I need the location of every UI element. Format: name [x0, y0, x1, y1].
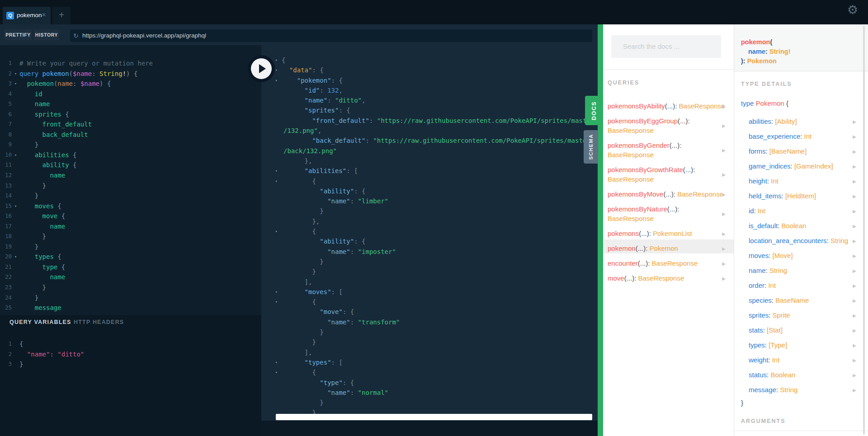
fold-arrow-icon[interactable]: [12, 231, 19, 242]
fold-arrow-icon[interactable]: ▾: [261, 357, 282, 367]
query-line[interactable]: 20▾ types {: [0, 252, 261, 262]
query-line[interactable]: 19 }: [0, 242, 261, 252]
fold-arrow-icon[interactable]: ▾: [261, 367, 282, 377]
fold-arrow-icon[interactable]: [12, 272, 19, 282]
query-line[interactable]: 22 name: [0, 272, 261, 282]
type-field-item[interactable]: base_experience: Int▶: [749, 129, 859, 144]
query-line[interactable]: 25 message: [0, 303, 261, 313]
settings-gear-icon[interactable]: ⚙: [847, 4, 858, 16]
type-field-item[interactable]: abilities: [Ability]▶: [749, 114, 859, 129]
fold-arrow-icon[interactable]: [12, 99, 19, 109]
type-field-item[interactable]: location_area_encounters: String▶: [749, 233, 859, 248]
variables-line[interactable]: 2 "name": "ditto": [0, 349, 261, 360]
type-field-item[interactable]: moves: [Move]▶: [749, 248, 859, 263]
docs-query-item[interactable]: pokemonsByMove(...): BaseResponse▶: [608, 189, 726, 199]
query-line[interactable]: 12 name: [0, 170, 261, 181]
fold-arrow-icon[interactable]: ▾: [261, 176, 282, 186]
query-line[interactable]: 9 }: [0, 140, 261, 150]
type-field-item[interactable]: name: String▶: [749, 263, 859, 278]
horizontal-scrollbar[interactable]: [276, 414, 592, 420]
fold-arrow-icon[interactable]: ▾: [261, 297, 282, 307]
query-line[interactable]: 2▾query pokemon($name: String!) {: [0, 69, 261, 79]
prettify-button[interactable]: PRETTIFY: [5, 29, 32, 40]
type-field-item[interactable]: id: Int▶: [749, 203, 859, 218]
tab-http-headers[interactable]: HTTP HEADERS: [74, 319, 124, 325]
query-line[interactable]: 6 sprites {: [0, 109, 261, 120]
fold-arrow-icon[interactable]: [12, 221, 19, 232]
query-line[interactable]: 13 }: [0, 181, 261, 191]
tab-query-variables[interactable]: QUERY VARIABLES: [9, 319, 71, 325]
query-line[interactable]: 24 }: [0, 293, 261, 303]
query-line[interactable]: 1# Write your query or mutation here: [0, 58, 261, 69]
fold-arrow-icon[interactable]: ▾: [12, 79, 19, 89]
fold-arrow-icon[interactable]: ▾: [12, 252, 19, 262]
fold-arrow-icon[interactable]: [12, 293, 19, 303]
docs-query-item[interactable]: pokemonsByAbility(...): BaseResponse▶: [608, 101, 726, 111]
refresh-schema-icon[interactable]: ↻: [73, 32, 79, 40]
execute-button[interactable]: [248, 55, 275, 82]
query-line[interactable]: 8 back_default: [0, 130, 261, 140]
type-field-item[interactable]: height: Int▶: [749, 173, 859, 188]
query-line[interactable]: 5 name: [0, 99, 261, 109]
query-line[interactable]: 21 type {: [0, 262, 261, 272]
fold-arrow-icon[interactable]: [12, 181, 19, 191]
schema-side-tab[interactable]: SCHEMA: [584, 130, 598, 164]
type-field-item[interactable]: sprites: Sprite▶: [749, 308, 859, 323]
fold-arrow-icon[interactable]: ▾: [261, 166, 282, 176]
fold-arrow-icon[interactable]: [12, 282, 19, 293]
docs-query-item[interactable]: pokemonsByEggGroup(...):BaseResponse▶: [608, 116, 726, 135]
query-line[interactable]: 3▾ pokemon(name: $name) {: [0, 79, 261, 89]
type-field-item[interactable]: order: Int▶: [749, 278, 859, 293]
vertical-scrollbar[interactable]: [863, 26, 865, 435]
docs-query-item[interactable]: pokemonsByGrowthRate(...):BaseResponse▶: [608, 165, 726, 184]
endpoint-url-input[interactable]: ↻ https://graphql-pokeapi.vercel.app/api…: [70, 29, 592, 42]
fold-arrow-icon[interactable]: ▾: [12, 201, 19, 211]
query-editor[interactable]: 1# Write your query or mutation here2▾qu…: [0, 45, 261, 315]
type-field-item[interactable]: held_items: [HeldItem]▶: [749, 188, 859, 203]
type-field-item[interactable]: forms: [BaseName]▶: [749, 144, 859, 159]
type-field-item[interactable]: stats: [Stat]▶: [749, 323, 859, 338]
session-tab[interactable]: Q pokemon ✕: [3, 7, 51, 24]
query-line[interactable]: 15▾ moves {: [0, 201, 261, 211]
fold-arrow-icon[interactable]: ▾: [261, 226, 282, 236]
history-button[interactable]: HISTORY: [34, 29, 59, 40]
docs-panel-divider[interactable]: [598, 24, 603, 436]
query-line[interactable]: 4 id: [0, 89, 261, 99]
fold-arrow-icon[interactable]: [12, 242, 19, 252]
fold-arrow-icon[interactable]: [12, 130, 19, 140]
docs-query-item[interactable]: pokemonsByGender(...):BaseResponse▶: [608, 141, 726, 159]
type-field-item[interactable]: game_indices: [GameIndex]▶: [749, 159, 859, 173]
fold-arrow-icon[interactable]: [12, 303, 19, 313]
docs-query-item[interactable]: pokemon(...): Pokemon▶: [608, 244, 726, 253]
type-field-item[interactable]: status: Boolean▶: [749, 367, 859, 382]
variables-line[interactable]: 1{: [0, 339, 261, 349]
docs-query-item[interactable]: move(...): BaseResponse▶: [608, 273, 726, 283]
docs-query-item[interactable]: pokemons(...): PokemonList▶: [608, 229, 726, 238]
type-field-item[interactable]: weight: Int▶: [749, 352, 859, 367]
fold-arrow-icon[interactable]: [12, 262, 19, 272]
type-field-item[interactable]: types: [Type]▶: [749, 338, 859, 352]
docs-side-tab[interactable]: DOCS: [585, 96, 603, 125]
query-code[interactable]: 1# Write your query or mutation here2▾qu…: [0, 58, 261, 313]
fold-arrow-icon[interactable]: ▾: [12, 69, 19, 79]
fold-arrow-icon[interactable]: [12, 170, 19, 181]
fold-arrow-icon[interactable]: [12, 140, 19, 150]
type-field-item[interactable]: species: BaseName▶: [749, 293, 859, 308]
variables-code[interactable]: 1{2 "name": "ditto"3}: [0, 339, 261, 370]
query-line[interactable]: 17 name: [0, 221, 261, 232]
new-tab-button[interactable]: +: [52, 7, 71, 24]
fold-arrow-icon[interactable]: [12, 119, 19, 130]
fold-arrow-icon[interactable]: ▾: [261, 287, 282, 297]
query-line[interactable]: 23 }: [0, 282, 261, 293]
query-line[interactable]: 18 }: [0, 231, 261, 242]
query-line[interactable]: 11 ability {: [0, 160, 261, 170]
type-field-item[interactable]: is_default: Boolean▶: [749, 218, 859, 233]
query-line[interactable]: 14 }: [0, 191, 261, 201]
docs-search-input[interactable]: Search the docs ...: [611, 35, 721, 58]
variables-line[interactable]: 3}: [0, 359, 261, 370]
query-line[interactable]: 7 front_default: [0, 119, 261, 130]
fold-arrow-icon[interactable]: [12, 191, 19, 201]
fold-arrow-icon[interactable]: [12, 160, 19, 170]
fold-arrow-icon[interactable]: [12, 211, 19, 221]
docs-query-item[interactable]: encounter(...): BaseResponse▶: [608, 258, 726, 268]
